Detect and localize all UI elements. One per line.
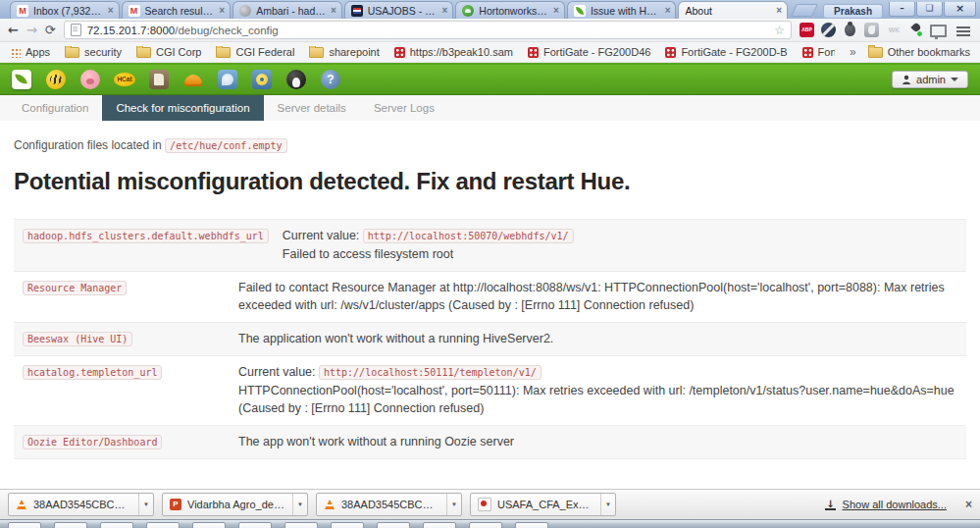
bookmark-item[interactable]: FortiGate - FG200D-B xyxy=(665,46,787,58)
download-item-main[interactable]: USAFA_CFA_Examine....p... xyxy=(471,494,600,515)
show-all-downloads-link[interactable]: Show all downloads... xyxy=(843,499,947,510)
tab-close-icon[interactable]: × xyxy=(665,6,671,16)
address-bar[interactable]: 72.15.201.7:8000/debug/check_config ☆ xyxy=(64,21,792,39)
bookmarks-overflow-chevron[interactable]: » xyxy=(850,45,856,59)
taskbar-button[interactable] xyxy=(192,522,226,528)
hue-home-icon[interactable] xyxy=(12,70,31,89)
folder-icon xyxy=(868,47,883,58)
bookmark-item[interactable]: Apps xyxy=(10,46,50,58)
profile-name-button[interactable]: Prakash xyxy=(823,4,883,19)
tab-close-icon[interactable]: × xyxy=(331,6,336,16)
download-item[interactable]: Vidarbha Agro_dee....pptx▼ xyxy=(162,493,308,516)
bookmark-item[interactable]: sharepoint xyxy=(309,46,379,58)
download-item[interactable]: USAFA_CFA_Examine....p...▼ xyxy=(470,493,616,516)
download-caret-icon[interactable]: ▼ xyxy=(446,494,461,515)
download-item-main[interactable]: 38AAD3545CBCE600.wmv xyxy=(317,494,446,515)
close-window-button[interactable] xyxy=(944,2,976,17)
hue-tab-check-for-misconfiguration[interactable]: Check for misconfiguration xyxy=(102,95,263,121)
help-icon[interactable] xyxy=(321,70,340,89)
bookmark-star-icon[interactable]: ☆ xyxy=(774,24,785,37)
download-filename: 38AAD3545CBCE60....wmv xyxy=(33,499,131,510)
browser-tab[interactable]: Hortonworks: Open× xyxy=(455,1,565,19)
issue-value-code: http://localhost:50111/templeton/v1/ xyxy=(319,365,542,380)
taskbar xyxy=(0,519,980,528)
bookmark-item[interactable]: FortiGate - FGT60D46 xyxy=(802,46,835,58)
browser-menu-icon[interactable] xyxy=(956,26,970,28)
download-item[interactable]: 38AAD3545CBCE60....wmv▼ xyxy=(8,493,154,516)
bookmark-item[interactable]: security xyxy=(65,46,122,58)
taskbar-button[interactable] xyxy=(54,522,87,528)
taskbar-button[interactable] xyxy=(146,522,180,528)
hue-tab-server-logs[interactable]: Server Logs xyxy=(360,95,448,121)
taskbar-button[interactable] xyxy=(238,522,272,528)
other-bookmarks-button[interactable]: Other bookmarks xyxy=(868,46,970,58)
forward-button-icon[interactable]: → xyxy=(26,24,37,36)
tab-close-icon[interactable]: × xyxy=(776,6,782,16)
hcatalog-icon[interactable] xyxy=(115,70,134,89)
taskbar-button[interactable] xyxy=(331,522,364,528)
bookmark-item[interactable]: https://b3peak10.sam xyxy=(394,46,513,58)
check-config-page: Configuration files located in /etc/hue/… xyxy=(0,121,980,489)
bookmark-label: CGI Corp xyxy=(156,46,201,58)
bookmarks-items: AppssecurityCGI CorpCGI Federalsharepoin… xyxy=(10,46,835,58)
adblock-plus-icon[interactable] xyxy=(799,23,814,37)
download-item[interactable]: 38AAD3545CBCE600.wmv▼ xyxy=(316,493,462,516)
browser-tab[interactable]: About× xyxy=(678,1,788,19)
hue-tab-server-details[interactable]: Server details xyxy=(264,95,360,121)
new-tab-button[interactable] xyxy=(791,4,818,17)
download-caret-icon[interactable]: ▼ xyxy=(600,494,615,515)
user-menu-button[interactable]: admin xyxy=(892,71,968,88)
bug-icon[interactable] xyxy=(845,24,855,36)
taskbar-button[interactable] xyxy=(515,522,548,528)
hue-tab-configuration[interactable]: Configuration xyxy=(8,95,102,121)
taskbar-button[interactable] xyxy=(8,522,41,528)
tab-close-icon[interactable]: × xyxy=(441,6,447,16)
download-item-main[interactable]: Vidarbha Agro_dee....pptx xyxy=(163,494,292,515)
download-caret-icon[interactable]: ▼ xyxy=(292,494,307,515)
reload-button-icon[interactable]: ⟳ xyxy=(45,24,56,36)
lightshot-icon[interactable] xyxy=(864,23,879,37)
oozie-icon[interactable] xyxy=(183,70,203,89)
pin-icon[interactable] xyxy=(911,23,921,37)
taskbar-button[interactable] xyxy=(423,522,456,528)
restore-button[interactable] xyxy=(916,2,943,17)
user-admin-icon[interactable] xyxy=(286,70,306,89)
taskbar-button[interactable] xyxy=(377,522,410,528)
usajobs-favicon-icon xyxy=(351,5,363,17)
tab-close-icon[interactable]: × xyxy=(108,6,114,16)
download-caret-icon[interactable]: ▼ xyxy=(138,494,153,515)
file-browser-icon[interactable] xyxy=(149,70,169,89)
gmail-favicon-icon xyxy=(129,5,140,17)
browser-tab[interactable]: USAJOBS - Login× xyxy=(344,1,454,19)
issue-text: Failed to access filesystem root xyxy=(283,247,453,261)
bookmark-item[interactable]: CGI Federal xyxy=(216,46,294,58)
tab-close-icon[interactable]: × xyxy=(219,6,225,16)
back-button-icon[interactable]: ← xyxy=(8,24,19,36)
job-designer-icon[interactable] xyxy=(252,70,272,89)
job-browser-icon[interactable] xyxy=(218,70,237,89)
browser-tab[interactable]: Inbox (7,932) - prak× xyxy=(10,1,120,19)
bookmark-item[interactable]: FortiGate - FG200D46 xyxy=(528,46,650,58)
browser-tab[interactable]: Ambari - hadoop× xyxy=(232,1,342,19)
pig-icon[interactable] xyxy=(80,70,100,89)
folder-icon xyxy=(136,47,151,58)
taskbar-button[interactable] xyxy=(100,522,133,528)
browser-tab[interactable]: Search results - prak× xyxy=(122,1,232,19)
minimize-button[interactable] xyxy=(889,2,915,17)
bookmark-label: FortiGate - FG200D46 xyxy=(543,46,650,58)
tab-close-icon[interactable]: × xyxy=(553,6,559,16)
page-info-icon[interactable] xyxy=(71,24,81,36)
no-script-icon[interactable] xyxy=(821,23,836,37)
screen-share-icon[interactable] xyxy=(930,25,947,37)
taskbar-button[interactable] xyxy=(469,522,502,528)
url-text[interactable]: 72.15.201.7:8000/debug/check_config xyxy=(87,25,279,36)
folder-icon xyxy=(216,47,231,58)
download-item-main[interactable]: 38AAD3545CBCE60....wmv xyxy=(9,494,138,515)
close-downloads-bar-icon[interactable] xyxy=(965,499,972,510)
wk-icon[interactable] xyxy=(886,23,903,37)
taskbar-button[interactable] xyxy=(284,522,318,528)
beeswax-icon[interactable] xyxy=(46,70,66,89)
bookmarks-bar: AppssecurityCGI CorpCGI Federalsharepoin… xyxy=(0,42,980,63)
bookmark-item[interactable]: CGI Corp xyxy=(136,46,201,58)
browser-tab[interactable]: Issue with HUE - Ho× xyxy=(567,1,677,19)
